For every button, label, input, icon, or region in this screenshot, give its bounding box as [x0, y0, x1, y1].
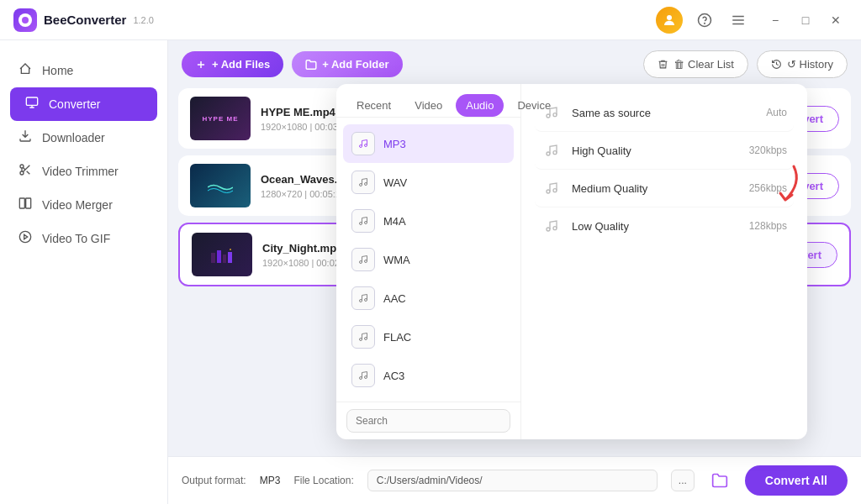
format-m4a[interactable]: M4A [343, 202, 514, 240]
quality-medium[interactable]: Medium Quality 256kbps [535, 170, 794, 207]
format-aac[interactable]: AAC [343, 279, 514, 318]
content-area: + Add Files + Add Folder 🗑 Clear List [168, 40, 861, 504]
folder-button[interactable] [708, 469, 732, 492]
sidebar-item-video-to-gif[interactable]: Video To GIF [0, 222, 167, 255]
avatar-button[interactable] [656, 7, 683, 34]
add-files-button[interactable]: + Add Files [182, 51, 283, 77]
video-trimmer-label: Video Trimmer [42, 165, 119, 178]
file-location-label: File Location: [293, 475, 353, 486]
add-folder-button[interactable]: + Add Folder [292, 51, 402, 77]
svg-marker-12 [24, 234, 28, 239]
svg-point-44 [553, 151, 557, 155]
format-tabs: Recent Video Audio Device [336, 84, 520, 118]
svg-rect-10 [26, 198, 31, 208]
history-button[interactable]: ↺ History [757, 50, 848, 78]
quality-same[interactable]: Same as source Auto [535, 94, 794, 132]
svg-point-36 [365, 299, 367, 302]
svg-point-46 [553, 189, 557, 192]
svg-rect-6 [26, 97, 37, 105]
svg-point-39 [360, 377, 362, 380]
title-bar: BeeConverter 1.2.0 − □ ✕ [0, 0, 861, 40]
svg-point-34 [365, 260, 367, 263]
help-button[interactable] [693, 8, 716, 32]
svg-point-30 [365, 183, 367, 186]
quality-high-label: High Quality [572, 144, 739, 157]
toolbar: + Add Files + Add Folder 🗑 Clear List [168, 40, 861, 88]
svg-point-27 [360, 145, 362, 148]
downloader-icon [17, 129, 34, 146]
app-title: BeeConverter [44, 13, 126, 27]
format-m4a-label: M4A [383, 215, 406, 228]
svg-point-2 [705, 23, 705, 24]
tab-audio[interactable]: Audio [456, 94, 504, 117]
format-flac[interactable]: FLAC [343, 318, 514, 356]
quality-high[interactable]: High Quality 320kbps [535, 132, 794, 170]
quality-high-bitrate: 320kbps [749, 144, 787, 156]
quality-low-bitrate: 128kbps [749, 220, 787, 232]
video-merger-icon [17, 197, 34, 213]
sidebar-item-video-trimmer[interactable]: Video Trimmer [0, 155, 167, 188]
home-icon [17, 62, 34, 79]
video-to-gif-label: Video To GIF [42, 232, 110, 245]
main-layout: Home Converter Downloader [0, 40, 861, 504]
clear-list-button[interactable]: 🗑 Clear List [643, 50, 748, 78]
sidebar-item-home[interactable]: Home [0, 54, 167, 87]
svg-rect-20 [217, 250, 221, 263]
sidebar-item-downloader[interactable]: Downloader [0, 121, 167, 155]
svg-point-28 [365, 144, 367, 147]
format-wav[interactable]: WAV [343, 163, 514, 202]
format-flac-label: FLAC [383, 331, 411, 344]
close-button[interactable]: ✕ [824, 8, 848, 32]
format-mp3[interactable]: MP3 [343, 124, 514, 163]
tab-recent[interactable]: Recent [346, 94, 401, 117]
svg-point-33 [360, 261, 362, 264]
maximize-button[interactable]: □ [794, 8, 817, 32]
file-location-input[interactable] [367, 470, 658, 491]
svg-point-7 [20, 165, 24, 168]
svg-point-38 [365, 338, 367, 340]
format-wma[interactable]: WMA [343, 240, 514, 279]
output-format-value: MP3 [260, 475, 281, 486]
format-mp3-label: MP3 [383, 138, 406, 150]
quality-panel: Same as source Auto High Quality 320kbps [521, 84, 807, 439]
mp3-icon [351, 132, 375, 155]
quality-low[interactable]: Low Quality 128kbps [535, 207, 794, 244]
video-thumb-3 [192, 233, 252, 276]
format-dropdown: Recent Video Audio Device MP3 [336, 84, 807, 439]
quality-medium-bitrate: 256kbps [749, 182, 787, 194]
sidebar-item-video-merger[interactable]: Video Merger [0, 188, 167, 222]
svg-point-47 [547, 228, 550, 231]
svg-point-29 [360, 184, 362, 186]
video-thumb-2 [190, 164, 251, 207]
wma-icon [351, 248, 375, 271]
sidebar-item-converter[interactable]: Converter [10, 87, 157, 121]
quality-same-bitrate: Auto [766, 107, 787, 118]
svg-point-42 [553, 113, 557, 117]
video-thumb-1: HYPE ME [190, 97, 251, 140]
svg-rect-9 [19, 198, 24, 208]
sidebar: Home Converter Downloader [0, 40, 168, 504]
dots-button[interactable]: ... [671, 470, 695, 491]
music-icon-same [541, 102, 562, 123]
video-trimmer-icon [17, 163, 34, 180]
quality-medium-label: Medium Quality [572, 182, 739, 195]
svg-point-35 [360, 300, 362, 302]
tab-video[interactable]: Video [404, 94, 452, 117]
minimize-button[interactable]: − [763, 8, 787, 32]
convert-all-button[interactable]: Convert All [745, 465, 848, 496]
format-ac3[interactable]: AC3 [343, 356, 514, 395]
video-to-gif-icon [17, 230, 34, 247]
format-search [336, 402, 520, 439]
m4a-icon [351, 209, 375, 233]
aac-icon [351, 286, 375, 310]
svg-point-45 [547, 190, 550, 193]
window-controls: − □ ✕ [763, 8, 848, 32]
bottom-bar: Output format: MP3 File Location: ... Co… [168, 456, 861, 504]
svg-point-0 [667, 15, 672, 20]
svg-rect-22 [228, 252, 232, 263]
svg-point-11 [19, 231, 30, 242]
menu-button[interactable] [726, 8, 750, 32]
format-list: MP3 WAV [336, 118, 520, 402]
svg-point-31 [360, 223, 362, 225]
format-search-input[interactable] [346, 409, 510, 433]
